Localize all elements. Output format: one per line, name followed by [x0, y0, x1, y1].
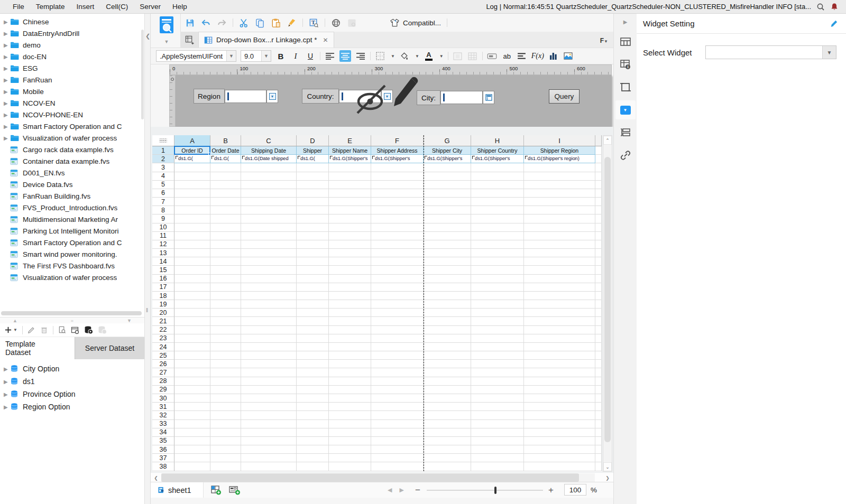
cell-I2[interactable]: ds1.G(Shipper's region)	[524, 155, 595, 163]
add-dataset-button[interactable]: ▼	[4, 326, 17, 334]
country-dropdown-button[interactable]: ▼	[381, 90, 393, 103]
cell-F9[interactable]	[371, 214, 424, 223]
folder-tree-item[interactable]: ▶ doc-EN	[0, 51, 144, 62]
cell-A19[interactable]	[174, 300, 210, 309]
tab-server-dataset[interactable]: Server Dataset	[75, 337, 144, 359]
cell-A15[interactable]	[174, 266, 210, 274]
folder-tree-item[interactable]: ▶ Chinese	[0, 16, 144, 27]
cell-E24[interactable]	[329, 343, 371, 351]
cell-G27[interactable]	[424, 368, 471, 377]
cell-F17[interactable]	[371, 283, 424, 292]
cell-C3[interactable]	[241, 163, 297, 172]
widget-insert-icon[interactable]	[487, 50, 498, 62]
cell-B28[interactable]	[210, 377, 241, 386]
cell-H36[interactable]	[471, 445, 524, 454]
cell-F3[interactable]	[371, 163, 424, 172]
cell-G20[interactable]	[424, 309, 471, 317]
column-header-E[interactable]: E	[329, 135, 371, 146]
cell-C33[interactable]	[241, 420, 297, 428]
zoom-in-button[interactable]: +	[548, 485, 554, 496]
cell-D4[interactable]	[297, 172, 329, 181]
cell-F27[interactable]	[371, 368, 424, 377]
query-button[interactable]: Query	[549, 89, 580, 104]
sheet-tab-sheet1[interactable]: sheet1	[151, 482, 204, 498]
cell-F13[interactable]	[371, 249, 424, 257]
cell-I18[interactable]	[524, 292, 595, 300]
cell-B1[interactable]: Order Date	[210, 146, 241, 155]
cell-F18[interactable]	[371, 292, 424, 300]
row-header-5[interactable]: 5	[152, 181, 174, 189]
cell-D1[interactable]: Shipper	[297, 146, 329, 155]
cell-H17[interactable]	[471, 283, 524, 292]
cell-B14[interactable]	[210, 257, 241, 266]
cell-C24[interactable]	[241, 343, 297, 351]
cell-D8[interactable]	[297, 206, 329, 214]
cell-B7[interactable]	[210, 198, 241, 206]
cell-C30[interactable]	[241, 394, 297, 403]
cell-D38[interactable]	[297, 462, 329, 471]
cell-H9[interactable]	[471, 214, 524, 223]
cell-H38[interactable]	[471, 462, 524, 471]
cell-E15[interactable]	[329, 266, 371, 274]
cell-B34[interactable]	[210, 428, 241, 437]
cell-B10[interactable]	[210, 223, 241, 232]
cell-H2[interactable]: ds1.G(Shipper's	[471, 155, 524, 163]
cell-F26[interactable]	[371, 360, 424, 368]
cell-E37[interactable]	[329, 454, 371, 462]
cell-C34[interactable]	[241, 428, 297, 437]
file-tree-item[interactable]: FVS_Product_Introduction.fvs	[0, 202, 144, 213]
cell-D15[interactable]	[297, 266, 329, 274]
cell-D22[interactable]	[297, 326, 329, 334]
collapse-up-icon[interactable]: ▲	[13, 318, 17, 323]
cell-F28[interactable]	[371, 377, 424, 386]
cell-I15[interactable]	[524, 266, 595, 274]
tree-horizontal-scrollbar[interactable]	[1, 311, 142, 315]
cell-I28[interactable]	[524, 377, 595, 386]
cell-C7[interactable]	[241, 198, 297, 206]
cell-H15[interactable]	[471, 266, 524, 274]
dataset-item[interactable]: ▶ ds1	[0, 375, 144, 388]
cell-I19[interactable]	[524, 300, 595, 309]
cell-F21[interactable]	[371, 317, 424, 325]
cell-I10[interactable]	[524, 223, 595, 232]
file-tree-item[interactable]: Device Data.fvs	[0, 179, 144, 190]
cell-C4[interactable]	[241, 172, 297, 181]
cell-H32[interactable]	[471, 411, 524, 419]
cell-F8[interactable]	[371, 206, 424, 214]
cell-F10[interactable]	[371, 223, 424, 232]
row-header-31[interactable]: 31	[152, 403, 174, 411]
column-header-F[interactable]: F	[371, 135, 424, 146]
cell-I13[interactable]	[524, 249, 595, 257]
cell-G17[interactable]	[424, 283, 471, 292]
cell-B20[interactable]	[210, 309, 241, 317]
row-header-24[interactable]: 24	[152, 343, 174, 351]
cell-A22[interactable]	[174, 326, 210, 334]
row-header-19[interactable]: 19	[152, 300, 174, 309]
cell-G13[interactable]	[424, 249, 471, 257]
cell-G24[interactable]	[424, 343, 471, 351]
row-header-9[interactable]: 9	[152, 214, 174, 223]
cell-F14[interactable]	[371, 257, 424, 266]
cell-A29[interactable]	[174, 386, 210, 394]
font-color-button[interactable]: A	[424, 50, 434, 62]
cell-C11[interactable]	[241, 232, 297, 240]
cell-H25[interactable]	[471, 351, 524, 360]
cell-C2[interactable]: ds1.G(Date shipped	[241, 155, 297, 163]
cell-F25[interactable]	[371, 351, 424, 360]
cell-F37[interactable]	[371, 454, 424, 462]
cell-C1[interactable]: Shipping Date	[241, 146, 297, 155]
cell-H7[interactable]	[471, 198, 524, 206]
row-header-30[interactable]: 30	[152, 394, 174, 403]
cell-F34[interactable]	[371, 428, 424, 437]
cell-A23[interactable]	[174, 334, 210, 343]
chevron-right-icon[interactable]: ▶	[4, 19, 10, 25]
city-label-widget[interactable]: City:	[417, 90, 440, 105]
menu-item[interactable]: File	[13, 3, 36, 11]
collapse-down-icon[interactable]: ▼	[127, 318, 132, 323]
row-header-8[interactable]: 8	[152, 206, 174, 214]
cell-B17[interactable]	[210, 283, 241, 292]
cell-B32[interactable]	[210, 411, 241, 419]
file-tree-item[interactable]: FanRuan Building.fvs	[0, 190, 144, 202]
cell-E29[interactable]	[329, 386, 371, 394]
cell-G18[interactable]	[424, 292, 471, 300]
